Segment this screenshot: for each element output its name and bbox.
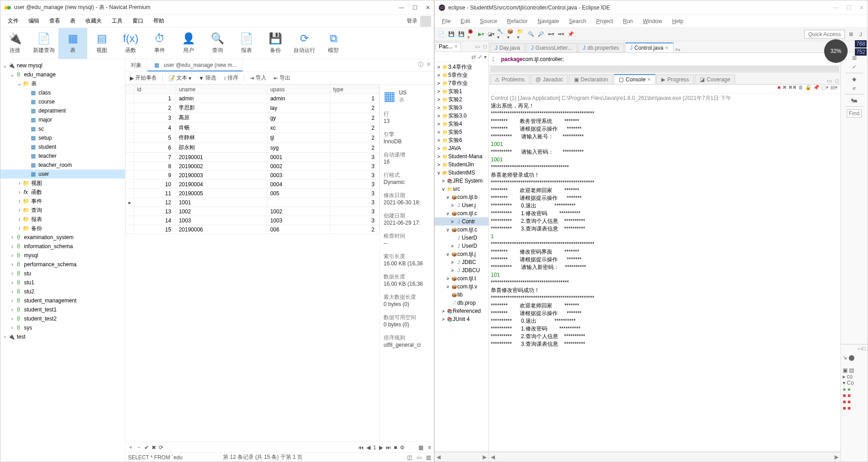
tree-twist-icon[interactable]: > — [440, 309, 446, 314]
table-row[interactable]: 4 肖畅 xc 2 — [126, 123, 379, 133]
proj-lib[interactable]: 📦lib — [435, 291, 489, 299]
proj-Contr[interactable]: >JContr — [435, 217, 489, 226]
tree-twist-icon[interactable]: › — [9, 288, 15, 295]
tree-twist-icon[interactable]: › — [9, 234, 15, 240]
proj-StudentJin[interactable]: >📁StudentJin — [435, 160, 489, 169]
tree-twist-icon[interactable]: › — [9, 316, 15, 322]
tree-twist-icon[interactable]: › — [17, 207, 22, 213]
layout-icon-2[interactable]: ▭ — [417, 454, 422, 461]
package-explorer-tab[interactable]: Pac...× — [436, 42, 461, 51]
palette-glyph-icon[interactable]: ▣ — [843, 367, 848, 373]
stop-button[interactable]: ■ — [394, 444, 397, 451]
tree-teacher[interactable]: ▦teacher — [0, 151, 125, 160]
tree-stu2[interactable]: ›🛢stu2 — [0, 287, 125, 296]
tree-报表[interactable]: ›📁报表 — [0, 215, 125, 224]
tree-twist-icon[interactable]: v — [445, 252, 451, 257]
hscroll-left-icon[interactable]: ◀ — [436, 454, 441, 460]
tree-twist-icon[interactable]: > — [449, 268, 455, 273]
first-page-button[interactable]: ⏮ — [358, 444, 364, 451]
proj-Referenced[interactable]: >📚Referenced — [435, 307, 489, 315]
tree-twist-icon[interactable]: > — [436, 138, 442, 143]
breakpoint-icon[interactable]: ◆ — [852, 76, 856, 82]
layout-icon-3[interactable]: ▥ — [426, 454, 431, 461]
tree-twist-icon[interactable]: > — [436, 97, 442, 102]
save-all-icon[interactable]: 💾 — [457, 30, 465, 38]
toolbar-报表[interactable]: 📄报表 — [232, 28, 261, 59]
tree-twist-icon[interactable]: > — [436, 105, 442, 110]
tree-course[interactable]: ▦course — [0, 97, 125, 106]
remove-all-icon[interactable]: ✖✖ — [788, 85, 797, 93]
tree-twist-icon[interactable]: › — [17, 216, 22, 222]
tree-twist-icon[interactable]: ⌄ — [2, 62, 8, 69]
tree-备份[interactable]: ›📁备份 — [0, 224, 125, 233]
new-class-icon[interactable]: 📦▾ — [507, 30, 515, 38]
tree-twist-icon[interactable]: > — [445, 276, 451, 281]
next-page-button[interactable]: ▶ — [379, 444, 383, 451]
data-grid[interactable]: idunameupasstype 1 admin admin 1 2 李思影 l… — [125, 85, 379, 442]
menu-icon[interactable]: ▾ — [484, 54, 487, 60]
expr-icon[interactable]: ℯ — [853, 85, 856, 91]
tree-twist-icon[interactable]: > — [449, 260, 455, 265]
tree-twist-icon[interactable]: › — [9, 252, 15, 259]
proj-实验2[interactable]: >📁实验2 — [435, 95, 489, 104]
tree-函数[interactable]: ›fx函数 — [0, 188, 125, 197]
tree-twist-icon[interactable]: > — [445, 284, 451, 289]
tree-twist-icon[interactable]: v — [436, 170, 442, 175]
coverage-icon[interactable]: ◪▾ — [487, 30, 495, 38]
settings-button[interactable]: ⚙ — [400, 444, 405, 451]
tree-twist-icon[interactable]: > — [436, 73, 442, 78]
proj-实验1[interactable]: >📁实验1 — [435, 87, 489, 95]
delete-row-button[interactable]: － — [136, 443, 142, 451]
bottom-tab-Problems[interactable]: ⚠Problems — [490, 75, 530, 84]
tree-twist-icon[interactable]: v — [445, 211, 451, 216]
tree-twist-icon[interactable]: › — [9, 243, 15, 250]
tree-twist-icon[interactable]: > — [436, 154, 442, 159]
tree-twist-icon[interactable]: › — [9, 306, 15, 313]
save-icon[interactable]: 💾 — [447, 30, 455, 38]
cancel-button[interactable]: ✖ — [152, 444, 156, 451]
tree-mysql[interactable]: ›🛢mysql — [0, 251, 125, 260]
tree-student_test1[interactable]: ›🛢student_test1 — [0, 305, 125, 314]
clear-console-icon[interactable]: 🗑 — [798, 85, 803, 93]
tree-twist-icon[interactable]: v — [440, 187, 446, 192]
connection-tree[interactable]: ⌄🔌new mysql⌄🛢edu_manage⌄📁表▦class▦course▦… — [0, 59, 125, 462]
editor-tab-GuesssLetter...[interactable]: JGuesssLetter... — [526, 43, 577, 52]
forward-icon[interactable]: ➡▾ — [557, 30, 565, 38]
project-tree[interactable]: >📁3.4章作业>📁5章作业>📁7章作业>📁实验1>📁实验2>📁实验3>📁实验3… — [435, 62, 489, 452]
table-row[interactable]: 11 20190005 005 3 — [126, 189, 379, 198]
tree-twist-icon[interactable]: › — [17, 180, 22, 186]
tree-twist-icon[interactable]: > — [440, 317, 446, 322]
list-icon[interactable]: ≡ — [427, 61, 430, 70]
pin-icon[interactable]: 📌 — [567, 30, 575, 38]
task-icon[interactable]: ✓ — [852, 64, 857, 70]
col-upass[interactable]: upass — [267, 85, 330, 94]
menu-File[interactable]: File — [437, 17, 455, 25]
tree-twist-icon[interactable]: › — [17, 225, 22, 231]
import-button[interactable]: ⇥ 导入 — [248, 73, 268, 83]
tree-twist-icon[interactable]: > — [440, 179, 446, 184]
ant-icon[interactable]: 🐜 — [851, 97, 858, 104]
proj-com.tjl.b[interactable]: v📦com.tjl.b — [435, 193, 489, 201]
editor-tab-Day.java[interactable]: JDay.java — [490, 43, 525, 52]
tree-twist-icon[interactable]: > — [436, 89, 442, 94]
maximize-button[interactable]: ☐ — [846, 5, 851, 11]
editor-tab-Control.java[interactable]: JControl.java× — [625, 42, 674, 52]
bottom-tab-Declaration[interactable]: ▣Declaration — [569, 75, 613, 84]
tree-twist-icon[interactable]: v — [445, 227, 451, 232]
perspective-icon[interactable]: ⊞ — [847, 30, 855, 38]
table-row[interactable]: 1 admin admin 1 — [126, 94, 379, 103]
proj-com.tjl.j[interactable]: v📦com.tjl.j — [435, 250, 489, 258]
search-icon[interactable]: 🔍 — [527, 30, 535, 38]
tree-setup[interactable]: ▦setup — [0, 133, 125, 142]
toolbar-用户[interactable]: 👤用户 — [174, 28, 203, 59]
proj-UserD[interactable]: JUserD — [435, 234, 489, 242]
minimize-view-icon[interactable]: ▭ — [473, 43, 482, 50]
table-row[interactable]: 9 20190003 0003 3 — [126, 171, 379, 180]
menu-Project[interactable]: Project — [592, 17, 617, 25]
tree-performance_schema[interactable]: ›🛢performance_schema — [0, 260, 125, 269]
open-console-icon[interactable]: ▤▾ — [830, 85, 838, 93]
menu-查看[interactable]: 查看 — [45, 16, 65, 26]
run-icon[interactable]: ▶▾ — [477, 30, 485, 38]
menu-文件[interactable]: 文件 — [3, 16, 23, 26]
refresh-button[interactable]: ⟳ — [159, 444, 163, 451]
